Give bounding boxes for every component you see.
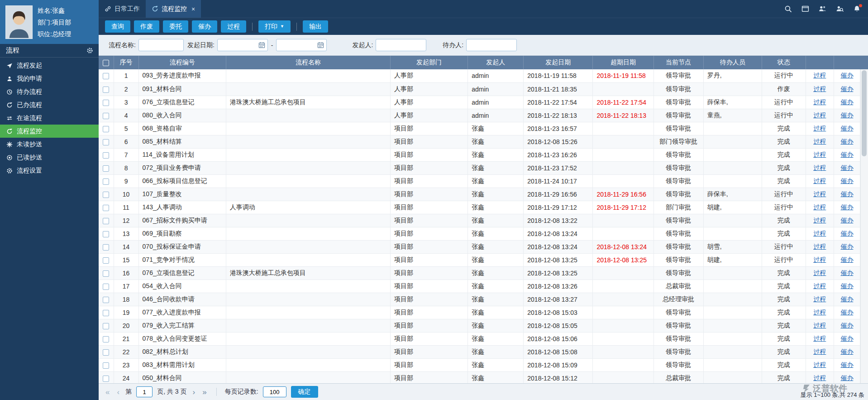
urge-link[interactable]: 催办: [840, 308, 853, 316]
tab-daily-work[interactable]: 日常工作: [99, 0, 146, 18]
urge-link[interactable]: 催办: [840, 203, 853, 211]
urge-link[interactable]: 催办: [840, 322, 853, 329]
row-checkbox[interactable]: [103, 100, 109, 106]
assignee-input[interactable]: [466, 39, 517, 51]
process-link[interactable]: 过程: [813, 361, 826, 368]
urge-link[interactable]: 催办: [840, 295, 853, 303]
row-checkbox[interactable]: [103, 297, 109, 303]
calendar-icon[interactable]: [317, 42, 324, 48]
urge-link[interactable]: 催办: [840, 282, 853, 289]
row-checkbox[interactable]: [103, 349, 109, 356]
row-checkbox[interactable]: [103, 284, 109, 290]
row-checkbox[interactable]: [103, 244, 109, 251]
delegate-button[interactable]: 委托: [163, 20, 188, 33]
process-link[interactable]: 过程: [813, 217, 826, 224]
row-checkbox[interactable]: [103, 336, 109, 342]
last-page-button[interactable]: »: [201, 388, 208, 396]
process-link[interactable]: 过程: [813, 72, 826, 79]
void-button[interactable]: 作废: [134, 20, 159, 33]
process-link[interactable]: 过程: [813, 177, 826, 184]
process-link[interactable]: 过程: [813, 243, 826, 250]
row-checkbox[interactable]: [103, 323, 109, 329]
output-button[interactable]: 输出: [303, 20, 328, 33]
urge-link[interactable]: 催办: [840, 151, 853, 158]
sidebar-item-unread-cc[interactable]: 未读抄送: [0, 138, 99, 151]
initiator-input[interactable]: [376, 39, 426, 51]
sidebar-item-intransit-processes[interactable]: 在途流程: [0, 111, 99, 125]
process-link[interactable]: 过程: [813, 125, 826, 132]
row-checkbox[interactable]: [103, 231, 109, 237]
row-checkbox[interactable]: [103, 362, 109, 369]
urge-link[interactable]: 催办: [840, 138, 853, 145]
process-name-input[interactable]: [138, 39, 184, 51]
sidebar-item-process-monitor[interactable]: 流程监控: [0, 125, 99, 138]
close-icon[interactable]: ×: [191, 6, 195, 12]
process-link[interactable]: 过程: [813, 111, 826, 119]
process-link[interactable]: 过程: [813, 295, 826, 303]
prev-page-button[interactable]: ‹: [115, 388, 121, 396]
next-page-button[interactable]: ›: [191, 388, 197, 396]
urge-link[interactable]: 催办: [840, 348, 853, 355]
vertical-scrollbar[interactable]: [860, 69, 868, 400]
urge-link[interactable]: 催办: [840, 243, 853, 250]
sidebar-item-my-applications[interactable]: 我的申请: [0, 72, 99, 85]
row-checkbox[interactable]: [103, 87, 109, 93]
process-link[interactable]: 过程: [813, 282, 826, 289]
process-link[interactable]: 过程: [813, 322, 826, 329]
users-icon[interactable]: [819, 5, 826, 13]
tab-process-monitor[interactable]: 流程监控 ×: [146, 0, 201, 18]
urge-link[interactable]: 催办: [840, 335, 853, 342]
process-link[interactable]: 过程: [813, 348, 826, 355]
process-link[interactable]: 过程: [813, 335, 826, 342]
urge-button[interactable]: 催办: [192, 20, 217, 33]
process-link[interactable]: 过程: [813, 203, 826, 211]
row-checkbox[interactable]: [103, 165, 109, 172]
urge-link[interactable]: 催办: [840, 98, 853, 106]
print-button[interactable]: 打印 ▼: [258, 20, 291, 33]
urge-link[interactable]: 催办: [840, 361, 853, 368]
process-link[interactable]: 过程: [813, 190, 826, 198]
confirm-button[interactable]: 确定: [291, 386, 318, 398]
row-checkbox[interactable]: [103, 205, 109, 211]
urge-link[interactable]: 催办: [840, 85, 853, 92]
urge-link[interactable]: 催办: [840, 125, 853, 132]
urge-link[interactable]: 催办: [840, 230, 853, 237]
row-checkbox[interactable]: [103, 152, 109, 159]
user-search-icon[interactable]: [836, 5, 844, 13]
row-checkbox[interactable]: [103, 139, 109, 145]
sidebar-item-done-processes[interactable]: 已办流程: [0, 98, 99, 111]
urge-link[interactable]: 催办: [840, 269, 853, 276]
row-checkbox[interactable]: [103, 178, 109, 185]
row-checkbox[interactable]: [103, 376, 109, 382]
row-checkbox[interactable]: [103, 192, 109, 198]
process-link[interactable]: 过程: [813, 269, 826, 276]
query-button[interactable]: 查询: [105, 20, 130, 33]
row-checkbox[interactable]: [103, 310, 109, 316]
notification-icon[interactable]: [853, 5, 861, 13]
process-link[interactable]: 过程: [813, 85, 826, 92]
process-link[interactable]: 过程: [813, 164, 826, 171]
urge-link[interactable]: 催办: [840, 177, 853, 184]
urge-link[interactable]: 催办: [840, 190, 853, 198]
select-all-checkbox[interactable]: [103, 60, 109, 66]
process-link[interactable]: 过程: [813, 308, 826, 316]
urge-link[interactable]: 催办: [840, 164, 853, 171]
sidebar-item-read-cc[interactable]: 已读抄送: [0, 151, 99, 164]
process-link[interactable]: 过程: [813, 151, 826, 158]
urge-link[interactable]: 催办: [840, 256, 853, 263]
urge-link[interactable]: 催办: [840, 374, 853, 381]
row-checkbox[interactable]: [103, 218, 109, 224]
process-link[interactable]: 过程: [813, 230, 826, 237]
row-checkbox[interactable]: [103, 113, 109, 119]
urge-link[interactable]: 催办: [840, 217, 853, 224]
sidebar-item-process-settings[interactable]: 流程设置: [0, 164, 99, 177]
row-checkbox[interactable]: [103, 257, 109, 264]
process-link[interactable]: 过程: [813, 256, 826, 263]
row-checkbox[interactable]: [103, 126, 109, 132]
sidebar-item-process-initiate[interactable]: 流程发起: [0, 59, 99, 72]
urge-link[interactable]: 催办: [840, 72, 853, 79]
first-page-button[interactable]: «: [104, 388, 111, 396]
gear-icon[interactable]: [86, 47, 93, 54]
process-button[interactable]: 过程: [221, 20, 246, 33]
process-link[interactable]: 过程: [813, 98, 826, 106]
